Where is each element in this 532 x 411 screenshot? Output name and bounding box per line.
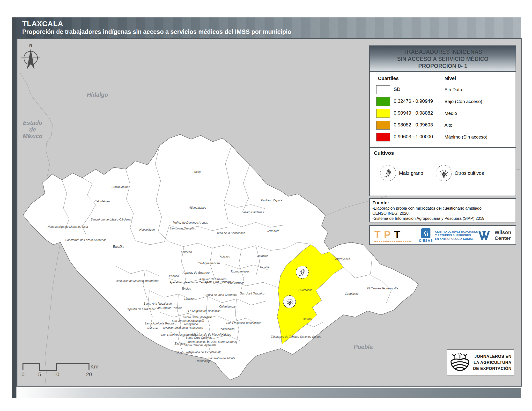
class-range-label: 0.32476 - 0.90949 — [394, 98, 433, 104]
legend-class-rows: SD Sin Dato 0.32476 - 0.90949 Bajo (Con … — [370, 84, 515, 143]
title-bar: TLAXCALA Proporción de trabajadores indí… — [17, 17, 521, 38]
municipality-label: Papalotla de Xicohténcatl — [188, 351, 220, 354]
municipality-label: Panotla — [169, 275, 179, 278]
map-export-page: Hidalgo Estado de México Puebla Tlaxco B… — [0, 0, 532, 411]
class-level-label: Bajo (Con acceso) — [445, 99, 482, 104]
legend-class-row: 0.90949 - 0.98082 Medio — [370, 108, 515, 120]
municipality-label: Tzompantepec — [230, 270, 249, 273]
neighbor-state-label: Hidalgo — [87, 91, 108, 98]
legend-class-row: SD Sin Dato — [370, 84, 515, 96]
legend-class-row: 0.32476 - 0.90949 Bajo (Con acceso) — [370, 96, 515, 108]
tpt-logo: TPT — [374, 229, 416, 242]
class-level-label: Máximo (Sin acceso) — [445, 134, 487, 140]
legend-class-row: 0.99603 - 1.00000 Máximo (Sin acceso) — [370, 131, 515, 143]
municipality-label: Cuaxomulco — [228, 282, 245, 285]
class-level-label: Sin Dato — [445, 87, 462, 92]
legend-class-row: 0.98082 - 0.99603 Alto — [370, 120, 515, 131]
municipality-label: Españita — [113, 245, 124, 248]
municipality-label: Santa Ana Nopalucan — [144, 302, 172, 305]
municipality-label: Xaltocan — [181, 251, 192, 254]
maiz-grano-label: Maíz grano — [399, 170, 423, 176]
municipality-label: Nanacamilpa de Mariano Arista — [48, 225, 88, 228]
municipality-label: Chiautempan — [219, 305, 236, 308]
scalebar-tick-label: 5 — [38, 371, 41, 378]
legend-title-line: SIN ACCESO A SERVICIO MÉDICO — [370, 56, 515, 63]
legend-title-line: TRABAJADORES INDÍGENAS — [370, 49, 515, 56]
tpt-letter: T — [374, 229, 381, 241]
legend-panel: TRABAJADORES INDÍGENAS SIN ACCESO A SERV… — [369, 46, 516, 196]
scalebar-tick-label: 10 — [53, 371, 59, 378]
municipality-label: Muñoz de Domingo Arenas — [173, 221, 208, 224]
source-line: -Elaboración propia con microdatos del c… — [372, 206, 513, 211]
municipality-label: Tlaxco — [192, 170, 200, 174]
ciesas-text-line: EN ANTROPOLOGÍA SOCIAL — [435, 237, 478, 241]
tpt-letter: P — [384, 229, 391, 241]
municipality-label: Hueyotlipan — [139, 228, 154, 231]
municipality-label: Santa Isabel Xiloxoxtla — [183, 316, 212, 319]
compass-north-label: N — [29, 43, 32, 48]
left-accent-strip — [12, 17, 17, 398]
municipality-label: San José Teacalco — [240, 292, 265, 295]
municipality-label: Lázaro Cárdenas — [242, 211, 264, 214]
municipality-label: Atltzayanca — [335, 258, 350, 261]
municipality-label: Cuapiaxtla — [345, 292, 359, 295]
jornaleros-logo: JORNALEROS ENLA AGRICULTURADE EXPORTACIÓ… — [447, 349, 514, 375]
municipality-label: San Francisco Tetlanohcan — [226, 322, 261, 325]
neighbor-state-label: Puebla — [354, 344, 373, 350]
municipality-label: Tenancingo — [196, 360, 211, 363]
bowl-field-icon — [449, 352, 471, 373]
municipality-label: Totolac — [182, 287, 191, 290]
legend-header: TRABAJADORES INDÍGENAS SIN ACCESO A SERV… — [370, 46, 515, 72]
ciesas-icon — [421, 228, 430, 238]
jornaleros-logo-line: JORNALEROS EN — [471, 354, 512, 360]
municipality-label: Ixtenco — [303, 318, 312, 321]
municipality-label: Apizaco — [220, 255, 230, 258]
class-range-label: 0.98082 - 0.99603 — [394, 122, 433, 128]
legend-col-quartiles: Cuartiles — [378, 76, 399, 81]
municipality-label: Tepeyanco — [184, 323, 198, 326]
municipality-label: Xaloztoc — [257, 255, 268, 258]
municipality-label: Emiliano Zapata — [261, 199, 282, 202]
municipality-label: San Juan Huactzinco — [176, 326, 203, 329]
municipality-label: Mazatecochco de José María Morelos — [188, 340, 237, 344]
scalebar-tick-label: 20 — [86, 371, 92, 378]
municipality-label: Tlaxcala — [184, 298, 195, 301]
municipality-label: Amaxac de Guerrero — [183, 271, 209, 274]
source-line: CENSO INEGI 2020. — [372, 211, 513, 216]
wilson-line2: Center — [494, 235, 511, 241]
municipality-label: Huamantla — [298, 289, 313, 292]
page-title: TLAXCALA — [22, 19, 521, 28]
municipality-label: Contla de Juan Cuamatzi — [205, 293, 237, 297]
bottom-gradient-strip — [17, 388, 521, 398]
wilson-divider — [492, 229, 492, 242]
plant-icon — [436, 165, 452, 181]
municipality-label: Atlangatepec — [189, 206, 206, 209]
jornaleros-logo-line: DE EXPORTACIÓN — [471, 365, 512, 372]
wilson-center-logo: Wilson Center — [479, 229, 511, 242]
wilson-w-icon — [479, 230, 490, 240]
municipality-label: Zitlaltépec de Trinidad Sánchez Santos — [271, 335, 321, 338]
municipality-label: La Magdalena Tlaltelulco — [188, 309, 220, 313]
municipality-label: Tetla de la Solidaridad — [217, 232, 245, 235]
municipality-label: Santa Apolonia Teacalco — [144, 322, 176, 325]
source-line: -Sistema de Información Agropecuaria y P… — [372, 216, 513, 221]
corn-marker — [296, 266, 309, 279]
wilson-line1: Wilson — [494, 229, 511, 235]
class-color-swatch — [376, 133, 390, 141]
page-subtitle: Proporción de trabajadores indígenas sin… — [22, 28, 521, 36]
class-level-label: Medio — [445, 111, 457, 116]
municipality-label: San Lucas Tecopilco — [170, 227, 196, 230]
class-color-swatch — [376, 97, 390, 106]
scalebar-unit: Km — [90, 364, 98, 370]
ciesas-text-line: CENTRO DE INVESTIGACIONES — [435, 230, 478, 234]
source-panel: Fuente: -Elaboración propia con microdat… — [369, 198, 516, 223]
municipality-label: Terrenate — [267, 230, 279, 233]
jornaleros-logo-line: LA AGRICULTURA — [471, 360, 512, 365]
municipality-label: Tepetitla de Lardizábal — [126, 308, 155, 311]
cultivos-heading: Cultivos — [370, 148, 515, 156]
municipality-label: Sanctórum de Lázaro Cárdenas — [65, 239, 106, 242]
municipality-label: Nativitas — [147, 327, 158, 330]
municipality-label: Benito Juárez — [112, 186, 129, 188]
municipality-label: Santa Catarina Ayometla — [184, 344, 216, 347]
municipality-label: San Pablo del Monte — [208, 357, 235, 360]
